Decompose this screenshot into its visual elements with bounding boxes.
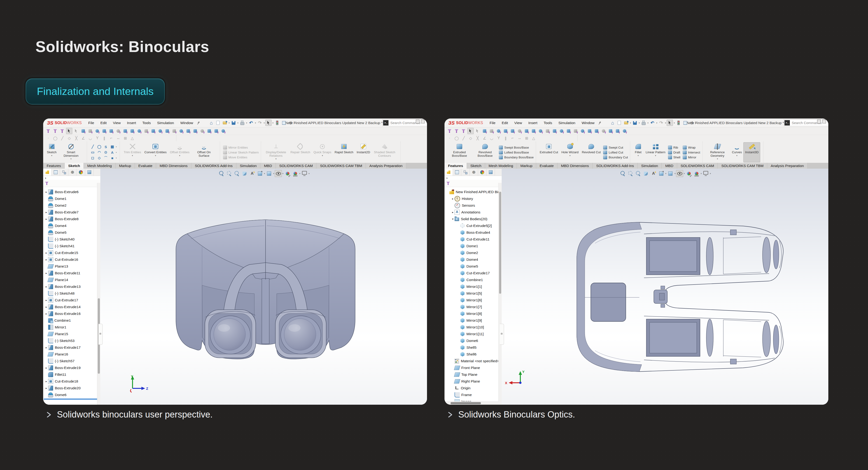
binoculars-model-optics-section[interactable] [569, 215, 803, 379]
sketch-entity-icon[interactable] [109, 156, 115, 160]
feature-tree-item[interactable]: Right Plane [444, 378, 502, 385]
feature-tree-item[interactable]: Cut-Extrude11 [444, 236, 502, 243]
menu-item[interactable]: Tools [544, 121, 552, 125]
feature-tree-item[interactable]: Boss-Extrude20 [43, 385, 100, 391]
toolbar-icon[interactable] [157, 128, 163, 134]
expand-arrow-icon[interactable] [451, 211, 455, 214]
toolbar-icon[interactable] [45, 128, 51, 134]
sketch-tool-icon[interactable] [94, 135, 100, 141]
sketch-tool-icon[interactable] [510, 135, 516, 141]
feature-tree-item[interactable]: (-) Sketch40 [43, 236, 100, 243]
feature-tree-item[interactable]: Boss-Extrude8 [43, 216, 100, 222]
sketch-entity-icon[interactable] [109, 150, 115, 155]
quick-access-button[interactable] [616, 120, 623, 126]
menu-item[interactable]: Insert [528, 121, 537, 125]
sketch-entity-icon[interactable] [103, 145, 109, 149]
feature-tree-item[interactable]: (-) Sketch53 [43, 337, 100, 344]
sketch-tool-icon[interactable] [66, 135, 72, 141]
view-tool-button[interactable] [657, 170, 665, 177]
feature-tree-item[interactable]: Mirror1 [43, 324, 100, 331]
menu-item[interactable]: Edit [100, 121, 106, 125]
ribbon-tab[interactable]: Features [43, 163, 65, 169]
feature-tree-item[interactable]: Plane13 [43, 263, 100, 270]
toolbar-icon[interactable] [59, 128, 65, 134]
ribbon-button[interactable]: Rapid Sketch ▾ [333, 142, 355, 162]
expand-arrow-icon[interactable] [44, 305, 48, 309]
ribbon-tab[interactable]: Analysis Preparation [366, 163, 406, 169]
ribbon-button[interactable]: Trim Entities ▾ [122, 142, 143, 162]
menu-item[interactable]: View [113, 121, 121, 125]
sketch-entity-icon[interactable] [96, 145, 102, 149]
toolbar-icon[interactable] [453, 128, 460, 134]
view-tool-button[interactable] [241, 170, 248, 177]
view-tool-button[interactable] [256, 170, 264, 177]
sketch-entity-icon[interactable] [103, 150, 109, 155]
sketch-tool-icon[interactable] [53, 135, 58, 141]
panel-tab[interactable] [52, 169, 60, 176]
toolbar-icon[interactable] [115, 128, 121, 134]
quick-access-button[interactable] [239, 120, 245, 126]
ribbon-tab[interactable]: Mesh Modeling [84, 163, 116, 169]
sketch-entity-icon[interactable] [96, 156, 102, 160]
feature-tree-item[interactable]: Cut-Extrude18 [43, 378, 100, 385]
quick-access-button[interactable] [649, 120, 655, 126]
toolbar-icon[interactable] [80, 128, 86, 134]
ribbon-button[interactable]: Quick Snaps ▾ [312, 142, 333, 162]
toolbar-icon[interactable] [572, 128, 579, 134]
quick-access-button[interactable] [610, 120, 616, 126]
expand-arrow-icon[interactable] [44, 312, 48, 315]
expand-arrow-icon[interactable] [44, 380, 48, 383]
ribbon-stack-item[interactable]: Swept Cut [603, 146, 628, 150]
toolbar-icon[interactable] [530, 128, 537, 134]
dropdown-caret-icon[interactable]: ▾ [665, 173, 666, 175]
panel-splitter-handle[interactable] [500, 324, 504, 345]
sketch-tool-icon[interactable] [88, 135, 93, 141]
toolbar-icon[interactable] [579, 128, 586, 134]
toolbar-icon[interactable] [129, 128, 135, 134]
feature-tree-item[interactable]: Boss-Extrude7 [43, 209, 100, 216]
quick-access-button[interactable] [265, 120, 272, 126]
toolbar-icon[interactable] [558, 128, 565, 134]
feature-tree-item[interactable]: Boss-Extrude16 [43, 310, 100, 317]
toolbar-icon[interactable] [108, 128, 114, 134]
toolbar-icon[interactable] [551, 128, 558, 134]
dropdown-caret-icon[interactable]: ▾ [273, 173, 274, 175]
ribbon-stack-item[interactable]: Linear Sketch Pattern [223, 151, 259, 154]
feature-tree-item[interactable]: Frame [444, 391, 502, 398]
feature-tree-item[interactable]: Material <not specified> [444, 357, 502, 364]
ribbon-tab[interactable]: Markup [517, 163, 536, 169]
feature-tree-item[interactable]: Annotations [444, 209, 502, 216]
ribbon-button[interactable]: Extruded Boss/Base ▾ [446, 142, 472, 162]
quick-access-button[interactable] [274, 120, 280, 126]
ribbon-tab[interactable]: SOLIDWORKS CAM TBM [316, 163, 366, 169]
ribbon-tab[interactable]: SOLIDWORKS CAM TBM [718, 163, 767, 169]
float-pane-icon[interactable] [416, 120, 420, 123]
toolbar-icon[interactable] [199, 128, 205, 134]
view-tool-button[interactable] [218, 170, 225, 177]
view-tool-button[interactable] [634, 170, 642, 177]
panel-tab[interactable] [43, 169, 52, 176]
toolbar-icon[interactable] [482, 128, 488, 134]
view-tool-button[interactable] [650, 170, 657, 177]
view-tool-button[interactable] [676, 170, 683, 177]
toolbar-icon[interactable] [495, 128, 502, 134]
ribbon-button[interactable]: Smart Dimension ▾ [58, 142, 84, 162]
sketch-tool-icon[interactable] [116, 135, 121, 141]
ribbon-button[interactable]: Reference Geometry ▾ [705, 142, 730, 162]
tree-filter-bar[interactable] [444, 180, 502, 187]
toolbar-icon[interactable] [213, 128, 219, 134]
ribbon-tab[interactable]: MBD Dimensions [557, 163, 593, 169]
expand-arrow-icon[interactable] [44, 272, 48, 275]
view-tool-button[interactable] [693, 170, 700, 177]
ribbon-stack-item[interactable]: Boundary Cut [603, 155, 628, 159]
tree-filter-bar[interactable] [43, 180, 100, 187]
ribbon-tab[interactable]: Evaluate [135, 163, 156, 169]
feature-tree-item[interactable]: Mirror1[11] [444, 331, 502, 337]
toolbar-icon[interactable] [474, 128, 480, 134]
quick-access-button[interactable] [215, 120, 221, 126]
quick-access-button[interactable] [208, 120, 214, 126]
feature-tree-item[interactable]: Shell5 [444, 344, 502, 351]
view-tool-button[interactable] [292, 170, 299, 177]
sketch-tool-icon[interactable] [482, 135, 488, 141]
ribbon-button[interactable]: Instant2D ▾ [355, 142, 372, 162]
